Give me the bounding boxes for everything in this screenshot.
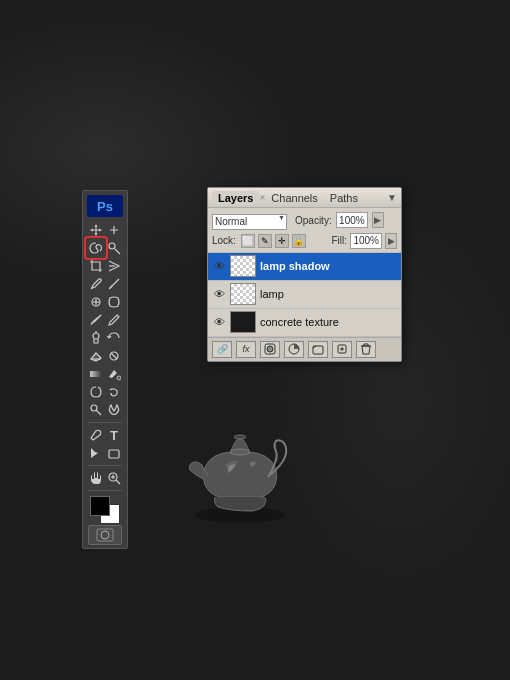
svg-line-16 [96, 410, 101, 415]
layer-thumbnail-lamp-shadow [230, 255, 256, 277]
hand-tool[interactable] [87, 469, 105, 487]
paint-bucket-tool[interactable] [105, 365, 123, 383]
tools-panel: Ps [82, 190, 128, 549]
svg-line-2 [91, 287, 93, 289]
pen-tool[interactable] [87, 426, 105, 444]
foreground-color-swatch[interactable] [90, 496, 110, 516]
burn-tool[interactable] [105, 401, 123, 419]
fx-btn[interactable]: fx [236, 341, 256, 358]
move-plus-tool[interactable] [105, 221, 123, 239]
text-tool[interactable]: T [105, 426, 123, 444]
eyedropper-tool[interactable] [87, 275, 105, 293]
tool-row-eyedropper [86, 275, 124, 293]
tab-paths[interactable]: Paths [324, 191, 364, 205]
new-group-btn[interactable] [308, 341, 328, 358]
magic-wand-tool[interactable] [105, 239, 123, 257]
svg-line-4 [110, 286, 112, 288]
spot-heal-tool[interactable] [87, 293, 105, 311]
lamp-container [175, 400, 305, 540]
svg-rect-13 [90, 371, 102, 377]
dodge-tool[interactable] [87, 401, 105, 419]
eraser-tool[interactable] [87, 347, 105, 365]
svg-line-0 [115, 249, 120, 254]
svg-point-33 [230, 449, 250, 455]
shape-tool[interactable] [105, 444, 123, 462]
thumb-checker-lamp-shadow [231, 256, 255, 276]
blend-opacity-row: Normal Dissolve Multiply Opacity: ▶ [212, 211, 397, 230]
layer-visibility-concrete[interactable]: 👁 [212, 315, 226, 329]
history-brush-tool[interactable] [105, 329, 123, 347]
layer-item-lamp[interactable]: 👁 lamp [208, 281, 401, 309]
slice-tool[interactable] [105, 257, 123, 275]
brush-tool[interactable] [87, 311, 105, 329]
pencil-tool[interactable] [105, 311, 123, 329]
move-tool[interactable] [87, 221, 105, 239]
tool-divider-1 [88, 422, 122, 423]
new-layer-btn[interactable] [332, 341, 352, 358]
gradient-tool[interactable] [87, 365, 105, 383]
layer-item-concrete-texture[interactable]: 👁 concrete texture [208, 309, 401, 337]
svg-point-14 [117, 376, 121, 380]
svg-point-23 [101, 531, 109, 539]
ps-logo: Ps [87, 195, 123, 217]
adjustment-btn[interactable] [284, 341, 304, 358]
tool-row-quickmask [86, 526, 124, 544]
tool-row-clone [86, 329, 124, 347]
tab-channels[interactable]: Channels [265, 191, 323, 205]
lock-transparency-btn[interactable]: ⬜ [241, 234, 255, 248]
link-layers-btn[interactable]: 🔗 [212, 341, 232, 358]
tool-row-hand [86, 469, 124, 487]
patch-tool[interactable] [105, 293, 123, 311]
opacity-input[interactable] [336, 212, 368, 228]
layer-item-lamp-shadow[interactable]: 👁 lamp shadow [208, 253, 401, 281]
layers-panel: Layers × Channels Paths ▼ Normal Dissolv… [207, 187, 402, 362]
svg-line-12 [111, 353, 117, 359]
fill-input[interactable] [350, 233, 382, 249]
opacity-label: Opacity: [295, 215, 332, 226]
add-mask-btn[interactable] [260, 341, 280, 358]
opacity-arrow-btn[interactable]: ▶ [372, 212, 384, 228]
smudge-tool[interactable] [105, 383, 123, 401]
svg-rect-17 [109, 450, 119, 458]
layer-visibility-lamp[interactable]: 👁 [212, 287, 226, 301]
tool-row-eraser [86, 347, 124, 365]
svg-line-19 [116, 480, 120, 484]
path-select-tool[interactable] [87, 444, 105, 462]
tool-row-lasso [86, 239, 124, 257]
panel-controls: Normal Dissolve Multiply Opacity: ▶ Lock… [208, 208, 401, 253]
blend-mode-select-wrap: Normal Dissolve Multiply [212, 211, 287, 230]
tool-divider-2 [88, 465, 122, 466]
layer-visibility-lamp-shadow[interactable]: 👁 [212, 259, 226, 273]
lamp-image [180, 415, 300, 525]
panel-titlebar: Layers × Channels Paths ▼ [208, 188, 401, 208]
panel-tabs: Layers × Channels Paths [212, 191, 364, 205]
thumb-dark-concrete [231, 312, 255, 332]
lasso-tool[interactable] [87, 239, 105, 257]
lock-image-btn[interactable]: ✎ [258, 234, 272, 248]
blur-tool[interactable] [87, 383, 105, 401]
panel-footer: 🔗 fx [208, 337, 401, 361]
crop-tool[interactable] [87, 257, 105, 275]
thumb-checker-lamp [231, 284, 255, 304]
svg-point-25 [267, 346, 273, 352]
quick-mask-btn[interactable] [88, 525, 122, 545]
fill-label: Fill: [331, 235, 347, 246]
tool-row-crop [86, 257, 124, 275]
layer-name-lamp-shadow: lamp shadow [260, 260, 397, 272]
fill-arrow-btn[interactable]: ▶ [385, 233, 397, 249]
lock-position-btn[interactable]: ✛ [275, 234, 289, 248]
zoom-tool[interactable] [105, 469, 123, 487]
panel-close-button[interactable]: ▼ [387, 192, 397, 203]
lock-fill-row: Lock: ⬜ ✎ ✛ 🔒 Fill: ▶ [212, 233, 397, 249]
clone-stamp-tool[interactable] [87, 329, 105, 347]
layer-thumbnail-lamp [230, 283, 256, 305]
delete-layer-btn[interactable] [356, 341, 376, 358]
tool-row-pen: T [86, 426, 124, 444]
ruler-tool[interactable] [105, 275, 123, 293]
lock-all-btn[interactable]: 🔒 [292, 234, 306, 248]
layer-thumbnail-concrete [230, 311, 256, 333]
blend-mode-select[interactable]: Normal Dissolve Multiply [212, 214, 287, 230]
tab-layers[interactable]: Layers [212, 191, 259, 205]
tool-divider-3 [88, 490, 122, 491]
bg-eraser-tool[interactable] [105, 347, 123, 365]
